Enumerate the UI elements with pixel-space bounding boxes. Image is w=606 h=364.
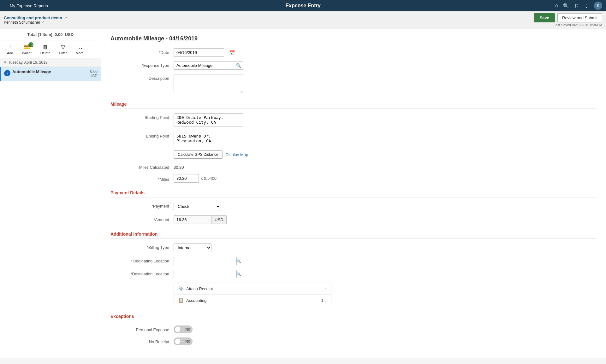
add-icon: + — [9, 44, 12, 50]
chevron-down-icon: ▼ — [3, 60, 7, 65]
form-title: Automobile Mileage - 04/16/2019 — [110, 35, 597, 42]
billing-type-select[interactable]: Internal External — [174, 243, 211, 252]
back-button[interactable]: ← My Expense Reports — [4, 3, 48, 8]
destination-location-search-icon[interactable]: 🔍 — [236, 272, 241, 276]
expense-item-right: 0.00 USD — [90, 69, 98, 78]
last-saved-label: Last Saved 04/16/2019 8:36PM — [554, 23, 602, 27]
ellipsis-icon[interactable]: ⋮ — [584, 3, 589, 9]
ending-point-input-wrapper: 5815 Owens Dr, Pleasanton, CA — [174, 132, 331, 146]
personal-expense-toggle-switch[interactable]: No — [174, 326, 193, 333]
description-label: Description — [110, 74, 174, 81]
expense-item-name: Automobile Mileage — [12, 69, 51, 74]
review-submit-button[interactable]: Review and Submit — [557, 13, 602, 22]
originating-location-label: *Originating Location — [110, 257, 174, 263]
accounting-icon: 📋 — [178, 298, 184, 303]
payment-select[interactable]: Check Credit Card Cash Personal — [174, 202, 221, 211]
sidebar-toolbar: + Add 💳 10 Wallet 🗑 Delete ▽ Filter … Mo… — [0, 40, 101, 58]
amount-field-container: USD — [174, 215, 331, 224]
display-map-link[interactable]: Display Map — [226, 152, 248, 157]
destination-location-field[interactable] — [174, 270, 237, 278]
accounting-count: 1 — [321, 298, 323, 303]
attach-receipt-label: Attach Receipt — [186, 286, 213, 291]
no-receipt-toggle-wrapper: No — [174, 338, 331, 345]
personal-expense-toggle[interactable]: No — [174, 326, 331, 333]
description-field[interactable] — [174, 74, 243, 93]
expense-list-item[interactable]: i Automobile Mileage 0.00 USD — [0, 67, 101, 81]
originating-location-input-wrapper: 🔍 — [174, 257, 331, 265]
no-receipt-row: No Receipt No — [110, 338, 597, 345]
expense-type-field-container: 🔍 — [174, 61, 243, 70]
miles-calculated-value-wrapper: 30.30 — [174, 163, 331, 170]
amount-input-wrapper: USD — [174, 215, 331, 224]
personal-expense-toggle-label: No — [185, 327, 190, 332]
description-row: Description — [110, 74, 597, 94]
starting-point-row: Starting Point 300 Oracle Parkway, Redwo… — [110, 113, 597, 127]
amount-row: *Amount USD — [110, 215, 597, 224]
sub-header: Consulting and product demo ↗ Kenneth Sc… — [0, 11, 606, 29]
originating-location-field[interactable] — [174, 257, 237, 265]
external-link-icon[interactable]: ↗ — [64, 16, 67, 20]
date-field[interactable] — [174, 48, 224, 57]
total-currency: USD — [65, 32, 74, 37]
accounting-label: Accounting — [186, 298, 206, 303]
ending-point-field[interactable]: 5815 Owens Dr, Pleasanton, CA — [174, 132, 243, 145]
expense-type-search-icon[interactable]: 🔍 — [236, 63, 241, 68]
expense-item-icon: i — [4, 70, 10, 76]
delete-label: Delete — [40, 51, 50, 55]
mileage-section-header: Mileage — [110, 98, 597, 109]
additional-section-header: Additional Information — [110, 228, 597, 239]
delete-button[interactable]: 🗑 Delete — [36, 42, 55, 57]
page-title: Expense Entry — [285, 3, 320, 9]
description-input-wrapper — [174, 74, 331, 94]
expense-type-field[interactable] — [174, 61, 243, 70]
attach-icon: 📎 — [178, 286, 184, 291]
top-navbar: ← My Expense Reports Expense Entry ⌂ 🔍 ⚐… — [0, 0, 606, 11]
calculate-gps-button[interactable]: Calculate GPS Distance — [174, 150, 223, 159]
accounting-row[interactable]: 📋 Accounting 1 › — [174, 295, 331, 306]
exceptions-section-header: Exceptions — [110, 311, 597, 321]
amount-label: *Amount — [110, 215, 174, 222]
date-group: ▼ Tuesday, April 16, 2019 — [0, 58, 101, 67]
more-button[interactable]: … More — [71, 42, 88, 57]
info-icon: i — [7, 72, 8, 75]
search-icon[interactable]: 🔍 — [563, 3, 569, 9]
filter-button[interactable]: ▽ Filter — [55, 42, 71, 57]
no-receipt-toggle[interactable]: No — [174, 338, 331, 345]
content-area: Automobile Mileage - 04/16/2019 *Date 📅 … — [101, 29, 606, 358]
home-icon[interactable]: ⌂ — [555, 3, 558, 9]
total-label: Total (1 Item) — [27, 32, 52, 37]
no-receipt-toggle-knob — [175, 338, 181, 344]
miles-field[interactable] — [174, 174, 199, 183]
destination-location-field-container: 🔍 — [174, 270, 243, 278]
ending-point-row: Ending Point 5815 Owens Dr, Pleasanton, … — [110, 132, 597, 146]
user-avatar[interactable]: K — [594, 2, 602, 10]
back-arrow-icon: ← — [4, 3, 8, 8]
miles-calculated-label: Miles Calculated — [110, 163, 174, 170]
originating-location-row: *Originating Location 🔍 — [110, 257, 597, 265]
originating-location-search-icon[interactable]: 🔍 — [236, 259, 241, 263]
main-layout: Total (1 Item) 0.00 USD + Add 💳 10 Walle… — [0, 29, 606, 358]
billing-type-row: *Billing Type Internal External — [110, 243, 597, 252]
flag-icon[interactable]: ⚐ — [574, 3, 579, 9]
wallet-button[interactable]: 💳 10 Wallet — [18, 42, 36, 57]
payment-label: *Payment — [110, 202, 174, 208]
personal-expense-label: Personal Expense — [110, 326, 174, 332]
action-buttons: Save Review and Submit Last Saved 04/16/… — [534, 13, 602, 27]
attach-receipt-row[interactable]: 📎 Attach Receipt › — [174, 283, 331, 295]
miles-multiplier-label: x 0.5400 — [201, 176, 217, 181]
no-receipt-toggle-switch[interactable]: No — [174, 338, 193, 345]
starting-point-field[interactable]: 300 Oracle Parkway, Redwood City, CA — [174, 113, 243, 126]
calendar-icon[interactable]: 📅 — [229, 50, 235, 55]
calc-gps-row: Calculate GPS Distance Display Map — [174, 150, 597, 159]
amount-field[interactable] — [174, 215, 211, 224]
verified-icon: ✓ — [41, 21, 44, 25]
destination-location-row: *Destination Location 🔍 — [110, 270, 597, 278]
expense-item-left: i Automobile Mileage — [4, 69, 51, 76]
sidebar: Total (1 Item) 0.00 USD + Add 💳 10 Walle… — [0, 29, 101, 358]
save-button[interactable]: Save — [534, 13, 555, 22]
amount-currency-label: USD — [211, 215, 227, 224]
filter-label: Filter — [59, 51, 67, 55]
add-button[interactable]: + Add — [3, 42, 18, 57]
miles-calculated-row: Miles Calculated 30.30 — [110, 163, 597, 170]
no-receipt-toggle-label: No — [185, 339, 190, 343]
